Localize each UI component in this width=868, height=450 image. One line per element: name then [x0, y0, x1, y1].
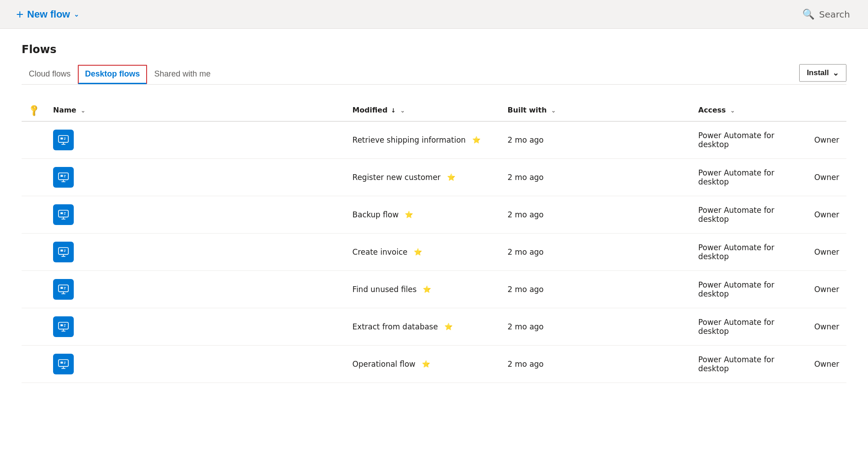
tab-cloud-flows[interactable]: Cloud flows: [22, 65, 78, 84]
flow-builtwith-cell: Power Automate for desktop: [691, 122, 807, 159]
plus-icon: +: [16, 7, 23, 22]
row-key-cell: [22, 308, 46, 346]
flow-name-text: Retrieve shipping information: [353, 135, 466, 144]
install-button[interactable]: Install ⌄: [799, 64, 846, 81]
flow-modified-cell: 2 mo ago: [501, 159, 691, 196]
flow-name-cell: Backup flow ⭐: [345, 196, 501, 234]
search-label: Search: [819, 9, 850, 20]
flow-modified-cell: 2 mo ago: [501, 122, 691, 159]
flow-icon-cell: [46, 234, 345, 271]
flow-builtwith-cell: Power Automate for desktop: [691, 308, 807, 346]
table-row[interactable]: Backup flow ⭐ 2 mo agoPower Automate for…: [22, 196, 846, 234]
builtwith-text: Power Automate for desktop: [698, 131, 774, 149]
flow-builtwith-cell: Power Automate for desktop: [691, 159, 807, 196]
flow-builtwith-cell: Power Automate for desktop: [691, 346, 807, 383]
table-row[interactable]: Create invoice ⭐ 2 mo agoPower Automate …: [22, 234, 846, 271]
modified-text: 2 mo ago: [508, 210, 544, 219]
flow-icon-cell: [46, 308, 345, 346]
svg-rect-12: [58, 210, 68, 217]
new-flow-button[interactable]: + New flow ⌄: [11, 4, 85, 25]
th-access[interactable]: Access ⌄: [691, 99, 807, 122]
table-row[interactable]: Extract from database ⭐ 2 mo agoPower Au…: [22, 308, 846, 346]
flow-icon-cell: [46, 122, 345, 159]
svg-rect-24: [58, 285, 68, 292]
th-name[interactable]: Name ⌄: [46, 99, 345, 122]
premium-icon: ⭐: [405, 211, 413, 219]
premium-icon: ⭐: [423, 285, 431, 293]
flow-access-cell: Owner: [807, 122, 846, 159]
svg-rect-9: [61, 175, 63, 177]
flow-modified-cell: 2 mo ago: [501, 234, 691, 271]
svg-rect-21: [61, 250, 63, 252]
premium-icon: ⭐: [422, 360, 430, 368]
modified-sort-chevron-icon: ⌄: [400, 107, 405, 114]
topbar-left: + New flow ⌄: [11, 4, 85, 25]
builtwith-text: Power Automate for desktop: [698, 206, 774, 224]
row-key-cell: [22, 271, 46, 308]
modified-text: 2 mo ago: [508, 173, 544, 182]
access-text: Owner: [814, 135, 839, 144]
topbar: + New flow ⌄ 🔍 Search: [0, 0, 868, 29]
access-text: Owner: [814, 210, 839, 219]
builtwith-text: Power Automate for desktop: [698, 243, 774, 261]
premium-icon: ⭐: [414, 248, 422, 256]
flow-name-cell: Extract from database ⭐: [345, 308, 501, 346]
flow-builtwith-cell: Power Automate for desktop: [691, 234, 807, 271]
flow-modified-cell: 2 mo ago: [501, 308, 691, 346]
flow-icon: [53, 204, 74, 225]
tab-desktop-flows[interactable]: Desktop flows: [78, 65, 147, 84]
premium-icon: ⭐: [472, 136, 481, 144]
key-header-icon: 🔑: [27, 103, 40, 117]
flow-name-text: Backup flow: [353, 210, 399, 219]
flow-name-text: Create invoice: [353, 248, 407, 256]
svg-rect-39: [61, 362, 63, 364]
builtwith-text: Power Automate for desktop: [698, 168, 774, 186]
flow-access-cell: Owner: [807, 196, 846, 234]
modified-text: 2 mo ago: [508, 135, 544, 144]
flow-name-text: Find unused files: [353, 285, 417, 294]
table-header-row: 🔑 Name ⌄ Modified ↓ ⌄ Built with ⌄ Acces…: [22, 99, 846, 122]
flow-access-cell: Owner: [807, 234, 846, 271]
row-key-cell: [22, 234, 46, 271]
access-text: Owner: [814, 360, 839, 369]
chevron-down-icon: ⌄: [74, 11, 79, 18]
flow-modified-cell: 2 mo ago: [501, 271, 691, 308]
flow-builtwith-cell: Power Automate for desktop: [691, 271, 807, 308]
flow-access-cell: Owner: [807, 159, 846, 196]
search-area[interactable]: 🔍 Search: [795, 6, 857, 22]
table-row[interactable]: Operational flow ⭐ 2 mo agoPower Automat…: [22, 346, 846, 383]
builtwith-text: Power Automate for desktop: [698, 355, 774, 373]
tab-shared-with-me[interactable]: Shared with me: [147, 65, 218, 84]
flow-icon-cell: [46, 346, 345, 383]
flow-icon: [53, 279, 74, 300]
premium-icon: ⭐: [447, 173, 456, 181]
flow-icon-cell: [46, 196, 345, 234]
install-chevron-icon: ⌄: [832, 68, 839, 77]
page-title: Flows: [22, 43, 846, 56]
access-text: Owner: [814, 285, 839, 294]
flows-table: 🔑 Name ⌄ Modified ↓ ⌄ Built with ⌄ Acces…: [22, 99, 846, 383]
row-key-cell: [22, 196, 46, 234]
svg-rect-6: [58, 173, 68, 180]
table-row[interactable]: Find unused files ⭐ 2 mo agoPower Automa…: [22, 271, 846, 308]
tabs-bar: Cloud flows Desktop flows Shared with me…: [22, 65, 846, 85]
premium-icon: ⭐: [444, 323, 453, 331]
flow-name-cell: Operational flow ⭐: [345, 346, 501, 383]
flow-name-text: Register new customer: [353, 173, 441, 182]
modified-sort-arrow-icon: ↓: [391, 107, 396, 114]
svg-rect-36: [58, 360, 68, 366]
th-modified[interactable]: Modified ↓ ⌄: [345, 99, 501, 122]
svg-rect-27: [61, 287, 63, 289]
svg-rect-3: [61, 138, 63, 140]
th-builtwith[interactable]: Built with ⌄: [501, 99, 691, 122]
flow-access-cell: Owner: [807, 271, 846, 308]
flow-name-text: Extract from database: [353, 322, 438, 331]
modified-text: 2 mo ago: [508, 285, 544, 294]
table-row[interactable]: Retrieve shipping information ⭐ 2 mo ago…: [22, 122, 846, 159]
row-key-cell: [22, 122, 46, 159]
flow-access-cell: Owner: [807, 346, 846, 383]
svg-rect-33: [61, 324, 63, 326]
flow-icon: [53, 167, 74, 188]
flow-icon: [53, 316, 74, 337]
table-row[interactable]: Register new customer ⭐ 2 mo agoPower Au…: [22, 159, 846, 196]
